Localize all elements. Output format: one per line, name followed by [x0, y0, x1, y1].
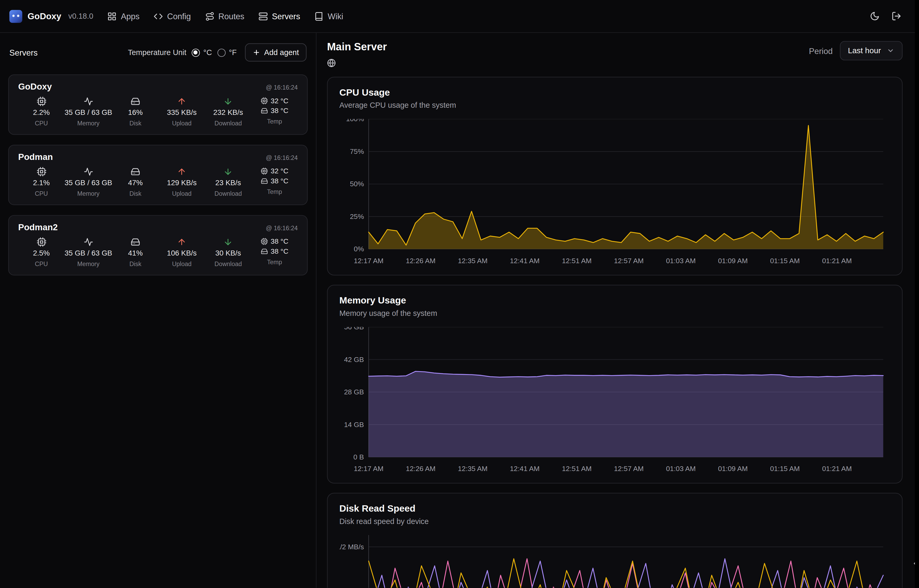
radio-fahrenheit-circle[interactable]	[217, 48, 225, 57]
cpu-usage-chart: 0%25%50%75%100%12:17 AM12:26 AM12:35 AM1…	[339, 119, 890, 269]
memory-icon	[84, 167, 93, 176]
stat-download: 23 KB/s Download	[205, 167, 251, 197]
stat-temp: 32 °C 38 °C Temp	[251, 167, 298, 195]
cpu-value: 2.1%	[33, 179, 50, 187]
cpu-value: 2.5%	[33, 249, 50, 257]
temp-label: Temp	[267, 258, 282, 265]
add-agent-button[interactable]: Add agent	[245, 44, 307, 61]
server-card-godoxy[interactable]: GoDoxy @ 16:16:24 2.2% CPU 35 GB / 63 GB	[8, 74, 308, 135]
memory-label: Memory	[77, 120, 99, 127]
stat-memory: 35 GB / 63 GB Memory	[65, 237, 112, 267]
svg-text:100%: 100%	[346, 119, 364, 123]
svg-text:01:21 AM: 01:21 AM	[822, 257, 852, 265]
svg-text:25%: 25%	[350, 213, 364, 221]
svg-text:12:57 AM: 12:57 AM	[614, 465, 644, 473]
svg-text:42 GB: 42 GB	[344, 355, 364, 363]
stat-upload: 106 KB/s Upload	[158, 237, 205, 267]
svg-text:01:15 AM: 01:15 AM	[770, 257, 800, 265]
grid-icon	[107, 11, 117, 21]
server-detail-panel: Main Server Period Last hour CPU Usage A…	[317, 33, 919, 588]
upload-arrow-icon	[177, 97, 187, 106]
period-label: Period	[809, 46, 833, 56]
memory-usage-chart: 0 B14 GB28 GB42 GB56 GB12:17 AM12:26 AM1…	[339, 327, 890, 477]
stat-download: 232 KB/s Download	[205, 97, 251, 126]
stat-disk: 16% Disk	[112, 97, 158, 126]
cpu-value: 2.2%	[33, 108, 50, 117]
svg-text:0%: 0%	[354, 245, 364, 253]
svg-text:12:17 AM: 12:17 AM	[354, 257, 384, 265]
app-name: GoDoxy	[27, 11, 61, 21]
fahrenheit-label: °F	[229, 48, 237, 57]
temperature-unit-group: Temperature Unit °C °F	[128, 48, 237, 57]
memory-icon	[84, 97, 93, 106]
nav-item-apps[interactable]: Apps	[107, 11, 139, 21]
server-name: Podman	[18, 152, 53, 162]
stat-temp: 32 °C 38 °C Temp	[251, 97, 298, 125]
svg-text:12:41 AM: 12:41 AM	[510, 257, 539, 265]
stat-download: 30 KB/s Download	[205, 237, 251, 267]
server-name: GoDoxy	[18, 81, 52, 91]
radio-celsius-circle[interactable]	[192, 48, 200, 57]
disk-icon	[131, 97, 140, 106]
temp-label: Temp	[267, 118, 282, 125]
stat-memory: 35 GB / 63 GB Memory	[65, 97, 112, 126]
servers-sidebar: Servers Temperature Unit °C °F Add agent	[0, 33, 317, 588]
svg-text:12:57 AM: 12:57 AM	[614, 257, 644, 265]
svg-text:12:41 AM: 12:41 AM	[510, 465, 539, 473]
nav-item-routes[interactable]: Routes	[205, 11, 244, 21]
main-nav: Apps Config Routes Servers Wiki	[107, 11, 343, 21]
period-select[interactable]: Last hour	[840, 41, 903, 60]
memory-value: 35 GB / 63 GB	[65, 179, 112, 187]
disk-temp-value: 38 °C	[271, 107, 288, 115]
nav-item-wiki[interactable]: Wiki	[314, 11, 343, 21]
moon-icon[interactable]	[870, 11, 880, 21]
download-arrow-icon	[223, 167, 233, 176]
disk-read-speed-chart: 1/2 MB/s	[339, 535, 890, 588]
upload-value: 129 KB/s	[167, 179, 197, 187]
cpu-usage-title: CPU Usage	[339, 87, 890, 98]
stat-upload: 335 KB/s Upload	[158, 97, 205, 126]
cpu-icon	[37, 237, 46, 247]
upload-value: 106 KB/s	[167, 249, 197, 257]
right-drawer-strip	[915, 0, 919, 588]
radio-celsius[interactable]: °C	[192, 48, 212, 57]
nav-actions	[870, 11, 909, 21]
radio-fahrenheit[interactable]: °F	[217, 48, 237, 57]
memory-value: 35 GB / 63 GB	[65, 249, 112, 257]
stat-temp: 38 °C 38 °C Temp	[251, 237, 298, 265]
svg-text:50%: 50%	[350, 180, 364, 188]
svg-text:01:03 AM: 01:03 AM	[666, 465, 696, 473]
godoxy-logo	[10, 10, 23, 23]
globe-icon[interactable]	[327, 58, 336, 67]
memory-icon	[84, 237, 93, 247]
disk-read-speed-subtitle: Disk read speed by device	[339, 517, 890, 525]
server-card-podman[interactable]: Podman @ 16:16:24 2.1% CPU 35 GB / 63 GB	[8, 145, 308, 205]
svg-text:12:51 AM: 12:51 AM	[562, 465, 592, 473]
svg-text:12:51 AM: 12:51 AM	[562, 257, 592, 265]
celsius-label: °C	[204, 48, 212, 57]
period-value: Last hour	[848, 46, 881, 55]
svg-text:12:17 AM: 12:17 AM	[354, 465, 384, 473]
memory-usage-card: Memory Usage Memory usage of the system …	[327, 285, 903, 483]
app-version: v0.18.0	[68, 11, 93, 20]
disk-temp-value: 38 °C	[271, 177, 288, 185]
disk-value: 47%	[128, 179, 143, 187]
nav-item-config[interactable]: Config	[153, 11, 191, 21]
nav-label: Routes	[218, 11, 244, 21]
server-card-podman2[interactable]: Podman2 @ 16:16:24 2.5% CPU 35 GB / 63 G…	[8, 215, 308, 275]
logout-icon[interactable]	[892, 11, 901, 21]
upload-label: Upload	[172, 260, 192, 267]
stat-upload: 129 KB/s Upload	[158, 167, 205, 197]
cpu-usage-subtitle: Average CPU usage of the system	[339, 101, 890, 110]
stat-cpu: 2.5% CPU	[18, 237, 65, 267]
page-title: Main Server	[327, 41, 387, 53]
nav-item-servers[interactable]: Servers	[258, 11, 300, 21]
nav-label: Config	[167, 11, 191, 21]
upload-value: 335 KB/s	[167, 108, 197, 117]
plus-icon	[252, 49, 260, 57]
disk-label: Disk	[129, 260, 141, 267]
svg-text:01:21 AM: 01:21 AM	[822, 465, 852, 473]
upload-arrow-icon	[177, 167, 187, 176]
cpu-icon	[37, 167, 46, 176]
disk-label: Disk	[129, 190, 141, 197]
